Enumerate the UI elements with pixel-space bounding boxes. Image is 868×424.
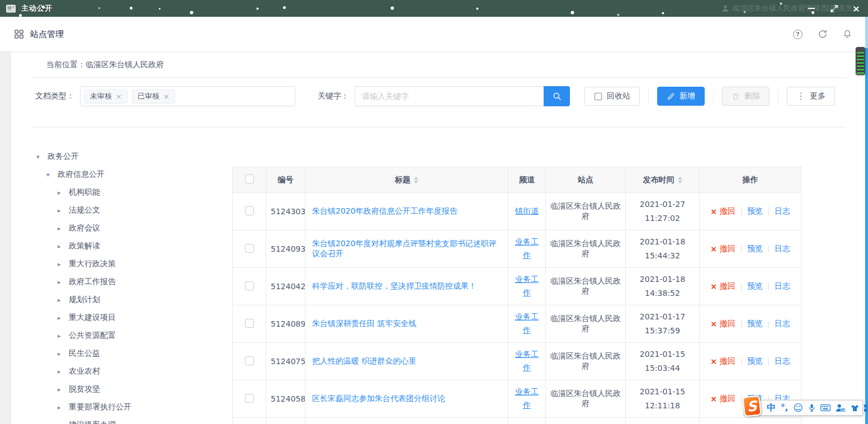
tree-item[interactable]: ▸ 重大建设项目 (36, 309, 232, 327)
ime-account-icon[interactable]: 19 (836, 402, 846, 414)
chevron-right-icon[interactable]: ▸ (58, 207, 69, 214)
row-channel-link[interactable]: 业务工作 (513, 235, 541, 262)
row-title-link[interactable]: 把人性的温暖 织进群众的心里 (312, 356, 416, 365)
tree-item[interactable]: ▸ 民生公益 (36, 345, 232, 362)
notification-bell-icon[interactable] (842, 29, 852, 40)
tree-item[interactable]: ▸ 规划计划 (36, 291, 232, 309)
chevron-right-icon[interactable]: ▸ (58, 279, 69, 286)
tree-item-label: 脱贫攻坚 (69, 384, 100, 394)
tree-item[interactable]: ▸ 重要部署执行公开 (36, 398, 232, 416)
maximize-button[interactable] (830, 4, 838, 12)
ime-toolbox-icon[interactable] (864, 402, 868, 414)
log-action[interactable]: 日志 (775, 206, 790, 216)
row-title-link[interactable]: 朱台镇深耕责任田 筑牢安全线 (312, 319, 416, 328)
ime-chinese-mode-icon[interactable]: 中 (767, 402, 776, 414)
chevron-right-icon[interactable]: ▸ (58, 243, 69, 250)
ime-keyboard-icon[interactable] (820, 402, 831, 414)
close-button[interactable]: × (852, 4, 860, 12)
chevron-right-icon[interactable]: ▸ (58, 314, 69, 322)
log-action[interactable]: 日志 (775, 356, 790, 366)
tree-item[interactable]: ▸ 脱贫攻坚 (36, 380, 232, 398)
tag-close-icon[interactable]: × (163, 93, 169, 100)
row-title-link[interactable]: 科学应对，联防联控，坚决捍卫疫情防控成果！ (312, 281, 477, 290)
row-title-link[interactable]: 朱台镇2020年政府信息公开工作年度报告 (312, 206, 457, 215)
ime-toolbar: S 中 °, ☺ 19 (744, 400, 863, 416)
sogou-logo-icon[interactable]: S (742, 395, 762, 417)
ime-punctuation-icon[interactable]: °, (781, 402, 788, 414)
row-channel-link[interactable]: 业务工作 (513, 385, 541, 412)
tree-item[interactable]: ▸ 法规公文 (36, 201, 232, 219)
ime-emoji-icon[interactable]: ☺ (793, 402, 803, 414)
chevron-right-icon[interactable]: ▸ (58, 386, 69, 393)
chevron-down-icon[interactable]: ▾ (46, 171, 58, 178)
tree-item[interactable]: ▸ 政府工作报告 (36, 273, 232, 291)
chevron-down-icon[interactable]: ▾ (36, 153, 48, 161)
search-button[interactable] (544, 86, 570, 106)
select-all-checkbox[interactable] (245, 175, 254, 183)
row-title-link[interactable]: 区长宋磊同志参加朱台代表团分组讨论 (312, 394, 445, 403)
preview-action[interactable]: 预览 (747, 281, 763, 291)
row-checkbox[interactable] (245, 319, 254, 328)
row-checkbox[interactable] (245, 206, 254, 215)
tree-item[interactable]: ▸ 重大行政决策 (36, 255, 232, 273)
preview-action[interactable]: 预览 (747, 206, 763, 216)
chevron-right-icon[interactable]: ▸ (58, 422, 69, 424)
tree-root[interactable]: ▾ 政务公开 (36, 148, 232, 166)
preview-action[interactable]: 预览 (747, 319, 763, 329)
revoke-action[interactable]: × 撤回 (710, 206, 735, 216)
row-checkbox[interactable] (245, 356, 254, 365)
row-channel-link[interactable]: 业务工作 (513, 348, 541, 375)
preview-action[interactable]: 预览 (747, 356, 763, 366)
recycle-bin-button[interactable]: 回收站 (584, 87, 640, 106)
row-checkbox[interactable] (245, 281, 254, 290)
revoke-x-icon: × (710, 282, 717, 291)
chevron-right-icon[interactable]: ▸ (58, 332, 69, 340)
chevron-right-icon[interactable]: ▸ (58, 189, 69, 196)
chevron-right-icon[interactable]: ▸ (58, 225, 69, 232)
tree-item[interactable]: ▸ 政府会议 (36, 219, 232, 237)
tree-item[interactable]: ▸ 农业农村 (36, 362, 232, 380)
keyword-input[interactable] (355, 86, 544, 106)
help-icon[interactable]: ? (792, 29, 803, 40)
ime-microphone-icon[interactable] (808, 402, 815, 414)
log-action[interactable]: 日志 (775, 244, 790, 254)
doc-type-tag[interactable]: 未审核 × (84, 89, 128, 103)
row-channel-link[interactable]: 业务工作 (513, 273, 541, 300)
chevron-right-icon[interactable]: ▸ (58, 296, 69, 304)
revoke-action[interactable]: × 撤回 (710, 244, 735, 254)
chevron-right-icon[interactable]: ▸ (58, 368, 69, 375)
chevron-right-icon[interactable]: ▸ (58, 261, 69, 268)
tag-close-icon[interactable]: × (116, 93, 122, 100)
revoke-action[interactable]: × 撤回 (710, 394, 735, 404)
row-checkbox[interactable] (245, 244, 254, 253)
refresh-icon[interactable] (817, 29, 828, 40)
preview-action[interactable]: 预览 (747, 244, 763, 254)
sort-icon[interactable] (414, 177, 418, 183)
revoke-action[interactable]: × 撤回 (710, 356, 735, 366)
doc-type-select[interactable]: 未审核 × 已审核 × (80, 86, 295, 106)
tree-item[interactable]: ▸ 建议提案办理 (36, 416, 232, 424)
chevron-right-icon[interactable]: ▸ (58, 350, 69, 357)
delete-button[interactable]: 删除 (722, 87, 770, 106)
sort-icon[interactable] (678, 177, 682, 183)
tree-item[interactable]: ▸ 公共资源配置 (36, 327, 232, 345)
doc-type-tag[interactable]: 已审核 × (132, 89, 175, 103)
row-channel-link[interactable]: 业务工作 (513, 310, 541, 337)
revoke-action[interactable]: × 撤回 (710, 319, 735, 329)
tree-item[interactable]: ▸ 政策解读 (36, 237, 232, 255)
row-channel-link[interactable]: 镇街道 (515, 205, 539, 218)
minimize-button[interactable] (808, 4, 815, 12)
log-action[interactable]: 日志 (775, 281, 790, 291)
row-title-link[interactable]: 朱台镇2020年度对村观摩点评暨村党支部书记述职评议会召开 (312, 239, 497, 258)
log-action[interactable]: 日志 (775, 319, 790, 329)
scrollbar-thumb[interactable] (865, 48, 868, 424)
tree-item[interactable]: ▸ 机构职能 (36, 183, 232, 201)
revoke-action[interactable]: × 撤回 (710, 281, 735, 291)
tree-sub[interactable]: ▾ 政府信息公开 (36, 166, 232, 183)
revoke-x-icon: × (710, 357, 717, 366)
row-checkbox[interactable] (245, 394, 254, 403)
chevron-right-icon[interactable]: ▸ (58, 404, 69, 411)
add-button[interactable]: 新增 (657, 87, 705, 106)
more-button[interactable]: ⋮ 更多 (787, 87, 835, 106)
ime-skin-icon[interactable] (851, 402, 859, 414)
